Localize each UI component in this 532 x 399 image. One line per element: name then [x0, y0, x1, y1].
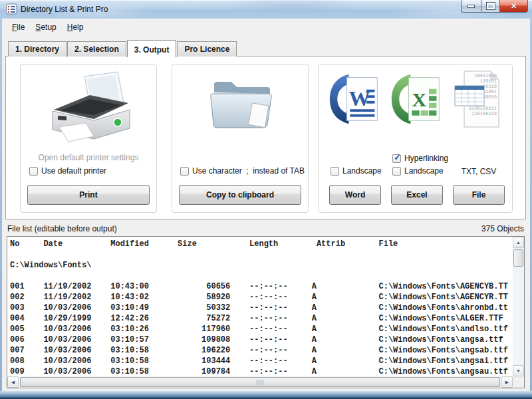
excel-button[interactable]: Excel [391, 185, 443, 205]
scroll-up-button[interactable]: ▲ [513, 237, 524, 248]
svg-text:0100100111: 0100100111 [469, 106, 497, 111]
menu-file[interactable]: File [7, 21, 30, 34]
vertical-scrollbar[interactable]: ▲ ▼ [513, 237, 524, 376]
window-controls: ✕ [461, 0, 528, 13]
window-title: Directory List & Print Pro [21, 5, 108, 14]
arrow-left-icon: ◀ [11, 380, 15, 384]
word-landscape-checkbox[interactable] [331, 167, 339, 176]
file-formats-label: TXT, CSV [453, 167, 505, 176]
excel-landscape-row: Landscape [392, 166, 444, 176]
minimize-button[interactable] [461, 0, 481, 13]
excel-landscape-checkbox[interactable] [392, 167, 401, 176]
horizontal-scrollbar[interactable]: ◀ ▶ [7, 376, 513, 388]
arrow-right-icon: ▶ [505, 380, 509, 384]
scrollbar-corner [513, 376, 524, 388]
horizontal-scroll-thumb[interactable] [20, 377, 500, 387]
menu-bar: File Setup Help [2, 19, 530, 35]
file-list-area: No Date Modified Size Length Attrib File… [7, 236, 525, 388]
title-bar: Directory List & Print Pro ✕ [0, 0, 532, 19]
app-icon [6, 3, 17, 15]
hyperlinking-label: Hyperlinking [404, 154, 448, 163]
svg-text:00110: 00110 [483, 84, 497, 89]
hyperlinking-checkbox[interactable] [392, 154, 401, 163]
file-list-bar: File list (editable before output) 375 O… [7, 222, 524, 235]
svg-text:00010: 00010 [483, 94, 497, 100]
excel-icon: X [390, 71, 443, 127]
arrow-up-icon: ▲ [516, 240, 521, 245]
svg-text:X: X [412, 88, 426, 111]
use-default-printer-label: Use default printer [41, 166, 106, 176]
minimize-icon [468, 5, 474, 7]
separator-char-row: Use character ; instead of TAB [180, 166, 305, 176]
use-default-printer-checkbox[interactable] [29, 167, 38, 176]
file-list-label: File list (editable before output) [7, 224, 117, 233]
file-listing[interactable]: No Date Modified Size Length Attrib File… [7, 237, 513, 376]
copy-to-clipboard-button[interactable]: Copy to clipboard [179, 185, 301, 205]
tab-pro-licence[interactable]: Pro Licence [177, 41, 237, 57]
word-landscape-row: Landscape [331, 166, 382, 176]
close-icon: ✕ [511, 3, 517, 10]
svg-text:110101: 110101 [480, 78, 497, 84]
scroll-right-button[interactable]: ▶ [501, 376, 513, 388]
use-semicolon-label: Use character ; instead of TAB [192, 166, 305, 176]
folder-icon [206, 75, 274, 135]
menu-help[interactable]: Help [62, 21, 89, 34]
tab-strip: 1. Directory 2. Selection 3. Output Pro … [8, 39, 237, 57]
scroll-down-button[interactable]: ▼ [513, 365, 524, 376]
window-bottom-border [0, 391, 532, 399]
output-tab-panel: Open default printer settings Use defaul… [5, 56, 526, 219]
clipboard-group: Use character ; instead of TAB Copy to c… [172, 64, 309, 213]
printer-settings-hint: Open default printer settings [21, 153, 156, 162]
svg-text:11001: 11001 [483, 89, 497, 94]
close-button[interactable]: ✕ [500, 0, 528, 13]
vertical-scroll-thumb[interactable] [513, 249, 523, 267]
svg-text:10011010: 10011010 [474, 73, 497, 78]
tab-selection[interactable]: 2. Selection [67, 41, 126, 57]
arrow-down-icon: ▼ [516, 368, 521, 373]
thumb-grip-icon [257, 380, 263, 385]
printer-icon [38, 70, 139, 148]
maximize-icon [487, 3, 495, 9]
scroll-left-button[interactable]: ◀ [7, 376, 19, 388]
maximize-button[interactable] [481, 0, 500, 13]
file-button[interactable]: File [453, 185, 505, 205]
tab-directory[interactable]: 1. Directory [8, 41, 66, 57]
word-button[interactable]: Word [329, 185, 381, 205]
use-semicolon-checkbox[interactable] [180, 167, 189, 176]
export-group: W [318, 64, 513, 213]
word-icon: W [328, 71, 381, 127]
print-group: Open default printer settings Use defaul… [20, 64, 157, 213]
svg-text:110100110: 110100110 [471, 111, 497, 116]
tab-output[interactable]: 3. Output [127, 40, 177, 57]
menu-setup[interactable]: Setup [30, 21, 61, 34]
object-count: 375 Objects [481, 224, 524, 233]
hyperlinking-row: Hyperlinking [392, 154, 448, 163]
word-landscape-label: Landscape [342, 166, 382, 176]
file-txt-csv-icon: 10011010 110101 00110 11001 00010 010010… [452, 68, 504, 130]
use-default-printer-row: Use default printer [29, 166, 106, 176]
excel-landscape-label: Landscape [404, 166, 444, 176]
window-content: File Setup Help 1. Directory 2. Selectio… [2, 19, 530, 391]
app-window: Directory List & Print Pro ✕ File Setup … [0, 0, 532, 399]
print-button[interactable]: Print [27, 185, 150, 205]
